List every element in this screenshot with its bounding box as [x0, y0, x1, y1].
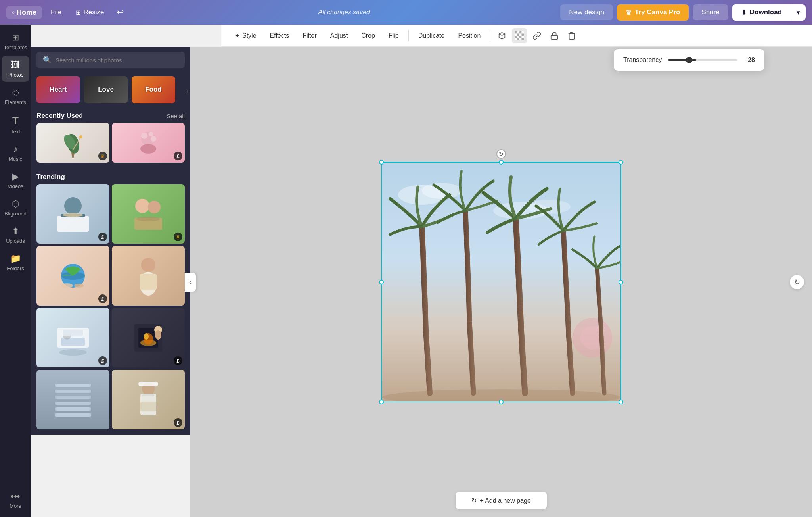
trending-photo-6[interactable]: £ — [112, 308, 185, 367]
category-chip-heart[interactable]: Heart — [36, 76, 80, 103]
scroll-right-arrow[interactable]: › — [178, 73, 190, 108]
duplicate-button[interactable]: Duplicate — [413, 29, 450, 42]
svg-point-26 — [151, 136, 156, 142]
trending-header: Trending — [31, 169, 190, 184]
home-button[interactable]: ‹ Home — [6, 6, 42, 19]
download-icon: ⬇ — [741, 8, 747, 17]
category-chip-food[interactable]: Food — [132, 76, 175, 103]
filter-button[interactable]: Filter — [297, 29, 322, 42]
svg-rect-1 — [517, 31, 520, 34]
transparency-value: 28 — [744, 56, 755, 63]
trending-photo-5[interactable]: £ — [36, 308, 109, 367]
resize-button[interactable]: ⊞ Resize — [70, 6, 109, 19]
file-button[interactable]: File — [45, 6, 67, 19]
trending-grid: £ ♛ — [31, 184, 190, 435]
delete-icon-button[interactable] — [564, 28, 579, 43]
svg-rect-64 — [140, 402, 156, 411]
effects-label: Effects — [270, 32, 289, 39]
undo-button[interactable]: ↩ — [113, 5, 128, 20]
adjust-label: Adjust — [330, 32, 348, 39]
download-dropdown-button[interactable]: ▾ — [791, 4, 806, 21]
svg-rect-2 — [519, 31, 522, 34]
try-pro-button[interactable]: ♛ Try Canva Pro — [617, 4, 689, 21]
sidebar-item-more[interactable]: ••• More — [2, 487, 29, 513]
style-label: Style — [242, 32, 257, 39]
sidebar-item-background[interactable]: ⬡ Bkground — [2, 195, 29, 221]
svg-point-51 — [144, 333, 149, 340]
svg-rect-63 — [138, 382, 158, 386]
pro-badge-1: ♛ — [98, 152, 107, 160]
trending-title: Trending — [36, 173, 65, 181]
transparency-slider[interactable] — [668, 59, 737, 61]
style-button[interactable]: ✦ Style — [229, 29, 262, 42]
hide-panel-button[interactable]: ‹ — [185, 273, 196, 292]
download-button[interactable]: ⬇ Download — [732, 4, 791, 21]
add-page-label: + Add a new page — [480, 497, 531, 504]
sidebar-folders-label: Folders — [7, 265, 24, 271]
elements-icon: ◇ — [12, 87, 19, 98]
canvas-image[interactable] — [382, 163, 620, 401]
sidebar-uploads-label: Uploads — [6, 238, 25, 244]
trending-photo-2[interactable]: ♛ — [112, 184, 185, 244]
saved-status: All changes saved — [131, 9, 557, 16]
trending-photo-8[interactable]: £ — [112, 370, 185, 429]
trending-photo-3[interactable]: £ — [36, 246, 109, 306]
trending-photo-7[interactable] — [36, 370, 109, 429]
flip-button[interactable]: Flip — [383, 29, 404, 42]
sidebar-item-templates[interactable]: ⊞ Templates — [2, 29, 29, 54]
svg-point-23 — [140, 144, 156, 154]
category-chip-love[interactable]: Love — [84, 76, 128, 103]
share-button[interactable]: Share — [693, 4, 728, 20]
resize-icon: ⊞ — [76, 9, 81, 16]
right-rotate-button[interactable]: ↻ — [790, 275, 804, 289]
paint-icon-button[interactable] — [494, 28, 509, 43]
heart-chip-label: Heart — [50, 86, 67, 94]
adjust-button[interactable]: Adjust — [325, 29, 353, 42]
search-container: 🔍 — [31, 47, 190, 73]
background-icon: ⬡ — [12, 199, 19, 209]
sidebar-item-videos[interactable]: ▶ Videos — [2, 167, 29, 193]
more-icon: ••• — [11, 491, 20, 502]
see-all-button[interactable]: See all — [167, 113, 185, 119]
svg-rect-8 — [515, 36, 517, 38]
recently-photo-2[interactable]: £ — [112, 123, 185, 163]
secondary-toolbar: ✦ Style Effects Filter Adjust Crop Flip … — [221, 25, 812, 47]
recently-used-header: Recently Used See all — [31, 108, 190, 123]
trending-photo-4[interactable] — [112, 246, 185, 306]
lock-icon-button[interactable] — [547, 28, 562, 43]
sidebar-item-folders[interactable]: 📁 Folders — [2, 250, 29, 275]
canvas-frame[interactable]: ↻ — [382, 163, 620, 401]
canvas-area[interactable]: ↻ — [190, 47, 812, 517]
sidebar-item-elements[interactable]: ◇ Elements — [2, 83, 29, 109]
crop-button[interactable]: Crop — [356, 29, 381, 42]
sidebar-item-uploads[interactable]: ⬆ Uploads — [2, 222, 29, 248]
download-label: Download — [750, 8, 782, 16]
templates-icon: ⊞ — [12, 33, 19, 43]
sidebar-item-music[interactable]: ♪ Music — [2, 140, 29, 166]
sidebar-background-label: Bkground — [4, 211, 27, 217]
position-button[interactable]: Position — [452, 29, 486, 42]
text-icon: T — [12, 115, 19, 127]
sidebar-music-label: Music — [9, 156, 22, 162]
search-input[interactable] — [56, 57, 178, 63]
svg-rect-11 — [522, 36, 524, 38]
link-icon-button[interactable] — [529, 28, 544, 43]
rotate-handle[interactable]: ↻ — [496, 149, 506, 159]
top-navigation: ‹ Home File ⊞ Resize ↩ All changes saved… — [0, 0, 812, 25]
svg-point-30 — [63, 213, 83, 217]
sidebar-item-photos[interactable]: 🖼 Photos — [2, 56, 29, 82]
recently-photo-1[interactable]: ♛ — [36, 123, 109, 163]
effects-button[interactable]: Effects — [264, 29, 295, 42]
svg-point-46 — [59, 349, 87, 356]
add-page-button[interactable]: ↻ + Add a new page — [456, 492, 547, 509]
new-design-button[interactable]: New design — [560, 4, 613, 20]
sidebar-videos-label: Videos — [8, 183, 23, 189]
checkerboard-icon-button[interactable] — [512, 28, 527, 43]
sidebar-item-text[interactable]: T Text — [2, 111, 29, 138]
svg-point-39 — [141, 258, 155, 272]
trending-photo-1[interactable]: £ — [36, 184, 109, 244]
svg-rect-6 — [519, 33, 522, 36]
svg-rect-54 — [55, 384, 91, 387]
pound-badge-t1: £ — [98, 233, 107, 241]
photos-panel-wrapper: 🔍 Heart — [31, 47, 190, 517]
